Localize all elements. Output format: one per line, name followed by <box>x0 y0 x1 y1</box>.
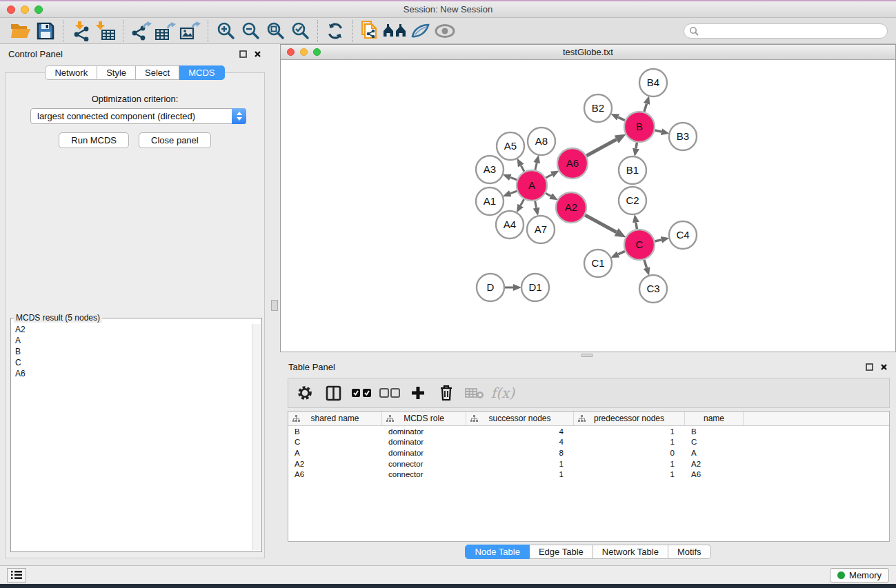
column-header-shared-name[interactable]: shared name <box>288 412 382 425</box>
graph-edge-A6-B[interactable] <box>586 139 617 156</box>
add-column-button[interactable] <box>407 381 429 405</box>
table-row[interactable]: Bdominator41B <box>288 426 889 437</box>
graph-edge-C-C3[interactable] <box>644 260 647 268</box>
delete-column-button[interactable] <box>435 381 457 405</box>
zoom-window-icon[interactable] <box>34 6 43 14</box>
show-hide-button[interactable] <box>432 20 457 42</box>
close-panel-icon[interactable] <box>880 363 888 371</box>
table-settings-button[interactable] <box>294 381 316 405</box>
open-session-button[interactable] <box>8 20 33 42</box>
column-header-predecessor-nodes[interactable]: predecessor nodes <box>574 412 685 425</box>
mcds-result-item[interactable]: B <box>12 346 250 357</box>
import-table-button[interactable] <box>93 20 118 42</box>
console-button[interactable] <box>7 568 26 582</box>
zoom-out-button[interactable] <box>238 20 263 42</box>
splitter-handle[interactable] <box>271 300 278 311</box>
table-row[interactable]: A6connector11A6 <box>288 469 889 480</box>
export-network-button[interactable] <box>128 20 153 42</box>
tab-motifs[interactable]: Motifs <box>668 545 711 559</box>
delete-table-icon <box>465 387 484 399</box>
network-zoom-icon[interactable] <box>313 48 321 56</box>
column-header-MCDS-role[interactable]: MCDS role <box>382 412 466 425</box>
graph-edge-A2-C[interactable] <box>585 215 616 232</box>
window-controls <box>7 6 43 14</box>
column-header-successor-nodes[interactable]: successor nodes <box>466 412 574 425</box>
network-close-icon[interactable] <box>287 48 295 56</box>
mcds-result-item[interactable]: A <box>12 335 250 346</box>
minimize-window-icon[interactable] <box>21 6 29 14</box>
graph-edge-A-A4[interactable] <box>521 199 524 205</box>
mcds-result-item[interactable]: A6 <box>12 368 250 379</box>
result-scrollbar[interactable] <box>252 324 261 550</box>
float-panel-icon[interactable] <box>239 50 247 58</box>
graph-edge-A-A7[interactable] <box>535 201 537 208</box>
zoom-selected-button[interactable] <box>288 20 312 42</box>
graph-edge-A-A3[interactable] <box>510 177 517 180</box>
mcds-result-item[interactable]: A2 <box>12 324 250 335</box>
criterion-selected-value: largest connected component (directed) <box>31 111 232 121</box>
tab-node-table[interactable]: Node Table <box>465 545 530 559</box>
table-row[interactable]: Adominator80A <box>288 447 889 458</box>
status-bar: Memory <box>0 565 896 584</box>
zoom-fit-button[interactable] <box>263 20 288 42</box>
tab-network-table[interactable]: Network Table <box>593 545 668 559</box>
import-network-button[interactable] <box>68 20 93 42</box>
delete-table-button[interactable] <box>464 381 486 405</box>
tab-select[interactable]: Select <box>136 65 179 80</box>
column-header-name[interactable]: name <box>685 412 744 425</box>
close-panel-icon[interactable] <box>254 50 261 58</box>
graph-edge-A-A6[interactable] <box>546 174 552 178</box>
save-session-button[interactable] <box>33 20 58 42</box>
horizontal-splitter[interactable] <box>280 352 896 358</box>
table-row[interactable]: A2connector11A2 <box>288 458 889 469</box>
graph-edge-B-B4[interactable] <box>644 104 647 112</box>
refresh-button[interactable] <box>323 20 348 42</box>
graph-edge-B-B2[interactable] <box>618 117 625 121</box>
new-network-from-selection-button[interactable] <box>358 20 383 42</box>
memory-button[interactable]: Memory <box>830 568 889 582</box>
graph-edge-C-C1[interactable] <box>618 251 625 254</box>
close-window-icon[interactable] <box>7 6 15 14</box>
vertical-splitter[interactable] <box>270 44 280 565</box>
mcds-result-list[interactable]: A2ABCA6 <box>12 324 250 550</box>
search-box[interactable] <box>684 23 888 39</box>
zoom-in-button[interactable] <box>213 20 238 42</box>
table-cell: 1 <box>574 460 685 468</box>
tab-style[interactable]: Style <box>97 65 136 80</box>
toolbar-separator <box>63 20 63 42</box>
table-row[interactable]: Cdominator41C <box>288 437 889 448</box>
graph-edge-A-A2[interactable] <box>546 193 550 196</box>
table-cell: A6 <box>685 470 744 478</box>
table-cell: 1 <box>574 470 685 478</box>
graph-edge-A-A1[interactable] <box>510 191 517 194</box>
search-input[interactable] <box>699 26 882 36</box>
document-network-icon <box>361 21 379 41</box>
graph-edge-C-C2[interactable] <box>636 223 637 230</box>
tab-edge-table[interactable]: Edge Table <box>530 545 593 559</box>
close-panel-button[interactable]: Close panel <box>139 132 211 148</box>
splitter-handle[interactable] <box>581 354 593 357</box>
tab-network[interactable]: Network <box>45 65 97 80</box>
graph-edge-A-A8[interactable] <box>535 163 537 170</box>
select-all-button[interactable] <box>350 381 372 405</box>
export-image-button[interactable] <box>178 20 203 42</box>
network-canvas[interactable]: B4B2BB3A8A5A6A3B1AC2A1A2A4A7C4CC1DD1C3 <box>281 60 895 352</box>
graph-edge-C-C4[interactable] <box>655 240 661 241</box>
style-preview-button[interactable] <box>408 20 432 42</box>
export-table-button[interactable] <box>153 20 178 42</box>
app-title: Session: New Session <box>0 4 896 14</box>
criterion-select[interactable]: largest connected component (directed) <box>30 108 246 124</box>
home-button[interactable] <box>383 20 408 42</box>
function-builder-button[interactable]: f(x) <box>492 381 514 405</box>
network-minimize-icon[interactable] <box>300 48 308 56</box>
tab-mcds[interactable]: MCDS <box>179 65 224 80</box>
table-cell: A6 <box>288 470 382 478</box>
mcds-result-item[interactable]: C <box>12 357 250 368</box>
run-mcds-button[interactable]: Run MCDS <box>59 132 129 148</box>
graph-edge-A-A5[interactable] <box>521 165 524 172</box>
graph-edge-B-B3[interactable] <box>655 130 661 132</box>
deselect-all-button[interactable] <box>379 381 401 405</box>
float-panel-icon[interactable] <box>866 363 873 371</box>
split-view-button[interactable] <box>322 381 344 405</box>
graph-edge-B-B1[interactable] <box>636 143 637 149</box>
